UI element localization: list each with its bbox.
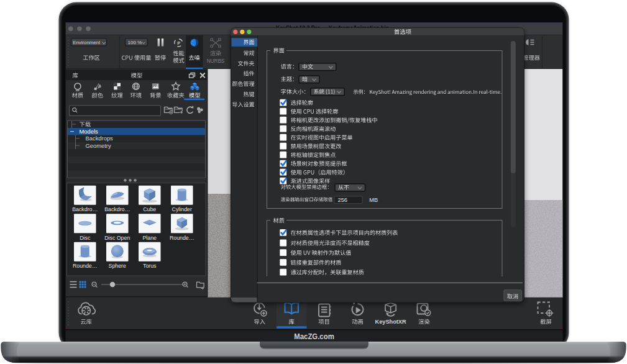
svg-text:P: P — [177, 40, 180, 46]
svg-text:256: 256 — [338, 197, 348, 203]
svg-text:KeyShotXR: KeyShotXR — [375, 319, 406, 325]
svg-text:Disc Open: Disc Open — [104, 235, 130, 241]
svg-text:Sphere: Sphere — [109, 263, 126, 269]
svg-text:Backdro…: Backdro… — [72, 206, 98, 212]
svg-text:MacZG.com: MacZG.com — [294, 332, 334, 341]
svg-text:Cylinder: Cylinder — [172, 206, 192, 212]
svg-text:Plane: Plane — [143, 235, 157, 241]
svg-text:Backdro…: Backdro… — [104, 206, 130, 212]
svg-text:MB: MB — [369, 197, 378, 203]
svg-text:Rounde…: Rounde… — [170, 235, 195, 241]
svg-text:Geometry: Geometry — [86, 142, 111, 149]
svg-text:Backdrops: Backdrops — [86, 135, 114, 142]
svg-text:Torus: Torus — [143, 263, 157, 269]
svg-text:Models: Models — [80, 128, 99, 135]
svg-text:NURBS: NURBS — [207, 58, 225, 64]
svg-text:100 %: 100 % — [128, 40, 142, 45]
svg-text:Environment: Environment — [73, 40, 101, 45]
svg-text:Rounde…: Rounde… — [73, 263, 98, 269]
svg-text:Cube: Cube — [143, 206, 156, 212]
svg-text:Disc: Disc — [80, 235, 91, 241]
